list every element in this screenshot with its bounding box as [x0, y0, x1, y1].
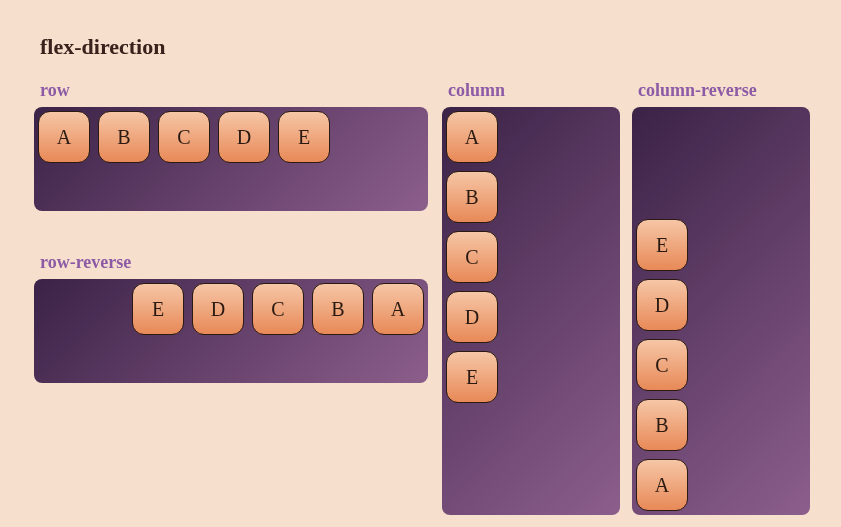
flex-item: C: [636, 339, 688, 391]
flex-container-column-reverse: A B C D E: [632, 107, 810, 515]
flex-item: C: [252, 283, 304, 335]
section-label-column: column: [448, 80, 620, 101]
flex-item: B: [312, 283, 364, 335]
flex-item: B: [446, 171, 498, 223]
flex-item: A: [372, 283, 424, 335]
flex-item: A: [38, 111, 90, 163]
section-column-reverse: column-reverse A B C D E: [632, 80, 810, 515]
flex-item: E: [278, 111, 330, 163]
flex-item: D: [636, 279, 688, 331]
section-label-row: row: [40, 80, 428, 101]
flex-item: C: [158, 111, 210, 163]
flex-item: E: [446, 351, 498, 403]
flex-item: D: [446, 291, 498, 343]
flex-container-row-reverse: A B C D E: [34, 279, 428, 383]
flex-item: D: [218, 111, 270, 163]
section-row-reverse: row-reverse A B C D E: [34, 252, 428, 383]
flex-item: C: [446, 231, 498, 283]
flex-item: A: [446, 111, 498, 163]
section-row: row A B C D E: [34, 80, 428, 211]
flex-container-column: A B C D E: [442, 107, 620, 515]
flex-item: B: [636, 399, 688, 451]
flex-container-row: A B C D E: [34, 107, 428, 211]
flex-item: A: [636, 459, 688, 511]
flex-item: B: [98, 111, 150, 163]
page-title: flex-direction: [40, 34, 165, 60]
flex-item: E: [636, 219, 688, 271]
flex-item: E: [132, 283, 184, 335]
section-label-column-reverse: column-reverse: [638, 80, 810, 101]
section-column: column A B C D E: [442, 80, 620, 515]
section-label-row-reverse: row-reverse: [40, 252, 428, 273]
flex-item: D: [192, 283, 244, 335]
